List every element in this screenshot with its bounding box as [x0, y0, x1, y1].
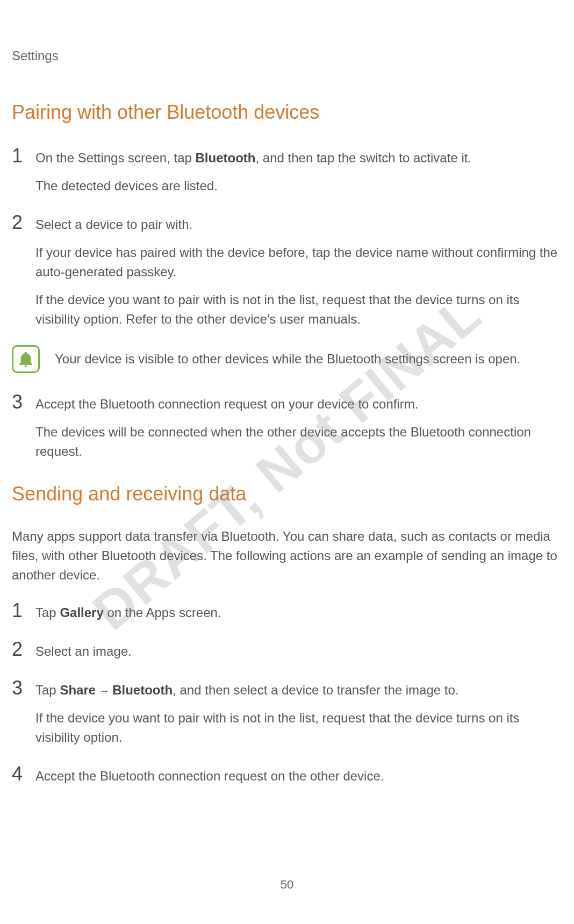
bold-text: Share: [60, 683, 96, 697]
step-list-1: 1 On the Settings screen, tap Bluetooth,…: [12, 145, 562, 329]
note-text: Your device is visible to other devices …: [55, 349, 520, 369]
step-content: Select a device to pair with. If your de…: [35, 212, 562, 329]
step-list-2: 1 Tap Gallery on the Apps screen. 2 Sele…: [12, 600, 562, 786]
page-number: 50: [281, 878, 293, 892]
note-box: Your device is visible to other devices …: [12, 345, 562, 373]
text-span: Tap: [35, 605, 60, 620]
step-item: 2 Select an image.: [12, 639, 562, 661]
step-text: On the Settings screen, tap Bluetooth, a…: [35, 148, 562, 168]
step-number: 1: [12, 145, 35, 167]
step-text: If the device you want to pair with is n…: [35, 290, 562, 329]
step-item: 3 Accept the Bluetooth connection reques…: [12, 391, 562, 461]
text-span: On the Settings screen, tap: [35, 151, 196, 165]
page-header: Settings: [12, 48, 562, 63]
arrow-icon: →: [96, 685, 112, 697]
step-text: If the device you want to pair with is n…: [35, 708, 562, 747]
step-text: Select a device to pair with.: [35, 215, 562, 234]
step-text: Accept the Bluetooth connection request …: [35, 767, 562, 786]
bell-icon: [12, 345, 40, 373]
text-span: on the Apps screen.: [104, 605, 221, 620]
step-number: 3: [12, 677, 35, 699]
text-span: , and then select a device to transfer t…: [173, 683, 458, 697]
step-item: 2 Select a device to pair with. If your …: [12, 212, 562, 329]
step-content: Tap Gallery on the Apps screen.: [35, 600, 562, 622]
step-text: Accept the Bluetooth connection request …: [35, 395, 562, 414]
step-item: 1 Tap Gallery on the Apps screen.: [12, 600, 562, 622]
step-number: 2: [12, 639, 35, 660]
page-container: Settings Pairing with other Bluetooth de…: [0, 0, 574, 924]
step-number: 3: [12, 391, 35, 413]
step-number: 2: [12, 212, 35, 233]
step-number: 4: [12, 763, 35, 785]
step-content: Accept the Bluetooth connection request …: [35, 763, 562, 786]
step-text: The devices will be connected when the o…: [35, 422, 562, 461]
step-text: Tap Gallery on the Apps screen.: [35, 603, 562, 622]
step-content: Select an image.: [35, 639, 562, 661]
bold-text: Bluetooth: [112, 683, 173, 697]
watermark-text: DRAFT, Not FINAL: [81, 282, 493, 642]
bold-text: Bluetooth: [196, 151, 256, 165]
section-intro: Many apps support data transfer via Blue…: [12, 527, 562, 585]
bold-text: Gallery: [60, 605, 103, 620]
section-heading-pairing: Pairing with other Bluetooth devices: [12, 101, 562, 124]
step-content: Tap Share → Bluetooth, and then select a…: [35, 677, 562, 747]
text-span: , and then tap the switch to activate it…: [256, 151, 472, 165]
text-span: Tap: [35, 683, 60, 697]
step-content: Accept the Bluetooth connection request …: [35, 391, 562, 461]
section-heading-sending: Sending and receiving data: [12, 483, 562, 505]
step-item: 4 Accept the Bluetooth connection reques…: [12, 763, 562, 786]
step-number: 1: [12, 600, 35, 621]
step-item: 3 Tap Share → Bluetooth, and then select…: [12, 677, 562, 747]
step-text: The detected devices are listed.: [35, 176, 562, 196]
step-text: Select an image.: [35, 642, 562, 661]
step-content: On the Settings screen, tap Bluetooth, a…: [35, 145, 562, 196]
step-list-1b: 3 Accept the Bluetooth connection reques…: [12, 391, 562, 461]
step-item: 1 On the Settings screen, tap Bluetooth,…: [12, 145, 562, 196]
step-text: If your device has paired with the devic…: [35, 243, 562, 282]
step-text: Tap Share → Bluetooth, and then select a…: [35, 681, 562, 700]
